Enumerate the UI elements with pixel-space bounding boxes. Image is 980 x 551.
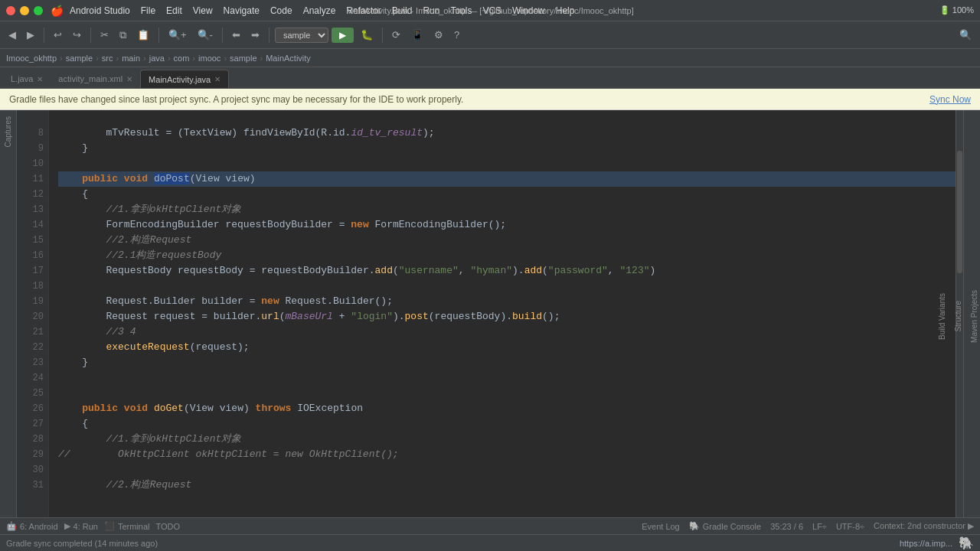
code-line-31 <box>58 462 956 478</box>
back-button[interactable]: ◀ <box>5 27 20 43</box>
gradle-console-icon: 🐘 <box>689 521 700 531</box>
gradle-status-message: Gradle sync completed (14 minutes ago) <box>6 539 158 548</box>
undo-button[interactable]: ↩ <box>50 27 66 43</box>
debug-button[interactable]: 🐛 <box>357 27 377 43</box>
sync-message: Gradle files have changed since last pro… <box>9 94 463 105</box>
tab-mainactivity-close[interactable]: ✕ <box>214 75 220 83</box>
toolbar-separator-3 <box>158 28 159 43</box>
code-line-32: //2.构造Request <box>58 478 956 493</box>
toolbar-separator-1 <box>44 28 44 43</box>
terminal-button[interactable]: ⬛ Terminal <box>104 521 150 531</box>
code-line-9: mTvResult = (TextView) findViewById(R.id… <box>58 126 956 141</box>
sync-banner: Gradle files have changed since last pro… <box>0 89 980 110</box>
code-line-28: { <box>58 416 956 432</box>
run-panel-button[interactable]: ▶ 4: Run <box>64 521 98 531</box>
breadcrumb-sample2[interactable]: sample <box>230 54 256 63</box>
tab-ljava-label: L.java <box>11 74 33 83</box>
todo-button[interactable]: TODO <box>156 522 181 531</box>
breadcrumb: Imooc_okhttp › sample › src › main › jav… <box>0 49 980 67</box>
terminal-label: Terminal <box>118 522 150 531</box>
gradle-sync-button[interactable]: ⟳ <box>388 27 404 43</box>
breadcrumb-mainactivity[interactable]: MainActivity <box>266 54 311 63</box>
breadcrumb-com[interactable]: com <box>174 54 190 63</box>
gradle-logo: 🐘 <box>959 536 974 550</box>
right-panel: Maven Projects Structure Build Variants <box>963 110 980 517</box>
avd-button[interactable]: 📱 <box>407 27 427 43</box>
run-config-select[interactable]: sample <box>275 28 328 43</box>
build-variants-button[interactable]: Build Variants <box>936 290 948 343</box>
build-next-button[interactable]: ➡ <box>247 27 263 43</box>
event-log-button[interactable]: Event Log <box>642 522 680 531</box>
captures-panel-button[interactable]: Captures <box>4 116 12 148</box>
code-line-11 <box>58 156 956 171</box>
code-line-22: //3 4 <box>58 324 956 340</box>
code-line-8 <box>58 110 956 126</box>
code-line-13: { <box>58 187 956 202</box>
maven-projects-button[interactable]: Maven Projects <box>969 287 980 346</box>
tab-mainactivity[interactable]: MainActivity.java ✕ <box>140 70 229 88</box>
android-panel-button[interactable]: 🤖 6: Android <box>6 521 58 531</box>
build-prev-button[interactable]: ⬅ <box>228 27 244 43</box>
sync-now-link[interactable]: Sync Now <box>929 94 971 105</box>
cursor-position: 35:23 / 6 <box>770 522 803 531</box>
scrollbar-thumb[interactable] <box>957 151 962 273</box>
code-line-21: Request request = builder.url(mBaseUrl +… <box>58 309 956 324</box>
zoom-out-button[interactable]: 🔍- <box>194 27 217 43</box>
help-toolbar-button[interactable]: ? <box>450 27 463 43</box>
run-button[interactable]: ▶ <box>332 28 354 43</box>
paste-button[interactable]: 📋 <box>133 27 153 43</box>
tab-bar: L.java ✕ activity_main.xml ✕ MainActivit… <box>0 67 980 89</box>
breadcrumb-imooc[interactable]: imooc <box>198 54 220 63</box>
title-bar: 🍎 Android Studio File Edit View Navigate… <box>0 0 980 21</box>
code-editor[interactable]: mTvResult = (TextView) findViewById(R.id… <box>49 110 956 517</box>
tab-activitymain[interactable]: activity_main.xml ✕ <box>51 70 140 88</box>
menu-file[interactable]: File <box>141 5 155 16</box>
breadcrumb-main[interactable]: main <box>122 54 140 63</box>
breadcrumb-sep-1: › <box>60 54 63 63</box>
tab-activitymain-close[interactable]: ✕ <box>126 75 132 83</box>
tab-activitymain-label: activity_main.xml <box>58 74 122 83</box>
apple-logo-icon: 🍎 <box>51 5 64 17</box>
menu-code[interactable]: Code <box>270 5 292 16</box>
gradle-console-label: Gradle Console <box>703 522 761 531</box>
structure-button[interactable]: Structure <box>952 298 964 335</box>
code-line-12: public void doPost(View view) <box>58 171 956 187</box>
line-ending: LF÷ <box>812 522 827 531</box>
main-layout: Captures 8 9 10 11 12 13 14 15 16 17 18 … <box>0 110 980 517</box>
redo-button[interactable]: ↪ <box>69 27 85 43</box>
minimize-button[interactable] <box>20 6 29 15</box>
close-button[interactable] <box>6 6 15 15</box>
copy-button[interactable]: ⧉ <box>116 27 130 44</box>
toolbar-separator-2 <box>90 28 91 43</box>
zoom-in-button[interactable]: 🔍+ <box>165 27 191 43</box>
title-right: 🔋 100% <box>939 5 974 15</box>
menu-navigate[interactable]: Navigate <box>224 5 260 16</box>
breadcrumb-src[interactable]: src <box>102 54 113 63</box>
code-line-20: Request.Builder builder = new Request.Bu… <box>58 294 956 309</box>
menu-edit[interactable]: Edit <box>166 5 182 16</box>
maximize-button[interactable] <box>34 6 43 15</box>
traffic-lights[interactable] <box>6 6 43 15</box>
sdk-button[interactable]: ⚙ <box>430 27 447 43</box>
breadcrumb-project[interactable]: Imooc_okhttp <box>6 54 57 63</box>
menu-analyze[interactable]: Analyze <box>303 5 336 16</box>
code-line-24: } <box>58 355 956 370</box>
android-icon: 🤖 <box>6 521 17 531</box>
menu-view[interactable]: View <box>193 5 213 16</box>
tab-ljava-close[interactable]: ✕ <box>37 75 43 83</box>
code-line-15: FormEncodingBuilder requestBodyBuilder =… <box>58 217 956 233</box>
search-everywhere-button[interactable]: 🔍 <box>956 27 975 43</box>
bottom-url: https://a.imp... <box>900 539 952 548</box>
cut-button[interactable]: ✂ <box>96 27 113 43</box>
forward-button[interactable]: ▶ <box>23 27 38 43</box>
gradle-console-button[interactable]: 🐘 Gradle Console <box>689 521 761 531</box>
run-icon: ▶ <box>64 521 70 531</box>
left-panel: Captures <box>0 110 17 517</box>
toolbar-separator-6 <box>382 28 383 43</box>
menu-android-studio[interactable]: Android Studio <box>70 5 130 16</box>
tab-ljava[interactable]: L.java ✕ <box>3 70 51 88</box>
toolbar: ◀ ▶ ↩ ↪ ✂ ⧉ 📋 🔍+ 🔍- ⬅ ➡ sample ▶ 🐛 ⟳ 📱 ⚙… <box>0 21 980 49</box>
breadcrumb-sample[interactable]: sample <box>66 54 93 63</box>
breadcrumb-java[interactable]: java <box>149 54 165 63</box>
android-panel-label: 6: Android <box>20 522 58 531</box>
